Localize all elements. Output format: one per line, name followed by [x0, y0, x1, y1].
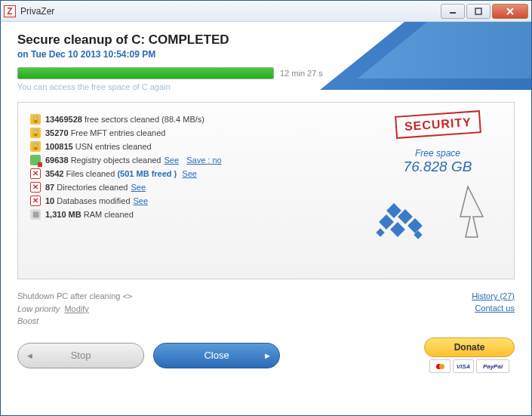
- save-link[interactable]: Save : no: [186, 156, 221, 165]
- modify-link[interactable]: Modify: [64, 304, 88, 313]
- see-link[interactable]: See: [131, 183, 146, 192]
- result-text: USN entries cleaned: [73, 142, 152, 151]
- result-text: Databases modified: [54, 196, 130, 205]
- see-link[interactable]: See: [134, 196, 149, 205]
- donate-button[interactable]: Donate: [424, 337, 515, 357]
- result-line: ✕87 Directories cleanedSee: [30, 181, 374, 193]
- x-icon: ✕: [30, 196, 41, 206]
- app-icon: Z: [4, 5, 16, 17]
- history-link[interactable]: History (27): [472, 291, 515, 300]
- result-text: Directories cleaned: [54, 183, 128, 192]
- window-close-button[interactable]: [492, 4, 528, 19]
- app-window: Z PrivaZer Secure cleanup of C: COMPLETE…: [0, 0, 532, 416]
- freespace-label: Free space: [374, 148, 502, 159]
- result-line: ✕3542 Files cleaned (501 MB freed ) See: [30, 168, 374, 180]
- see-link[interactable]: See: [182, 169, 197, 178]
- stop-button-label: Stop: [71, 350, 91, 361]
- progress-fill: [18, 68, 273, 79]
- result-line: ▦1,310 MB RAM cleaned: [30, 208, 374, 220]
- freed-text: (501 MB freed ): [117, 169, 177, 178]
- cubes-icon: [374, 198, 434, 243]
- x-icon: ✕: [30, 182, 41, 193]
- payment-cards: VISA PayPal: [424, 359, 515, 373]
- chevron-left-icon: ◄: [26, 351, 34, 360]
- result-text: RAM cleaned: [81, 210, 134, 219]
- result-number: 69638: [45, 156, 69, 165]
- lock-icon: 🔒: [30, 141, 41, 152]
- result-number: 1,310 MB: [45, 210, 81, 219]
- shutdown-option[interactable]: Shutdown PC after cleaning: [17, 291, 120, 300]
- boost-option[interactable]: Boost: [17, 315, 133, 327]
- result-text: free sectors cleaned (88.4 MB/s): [82, 115, 204, 124]
- progress-bar: [17, 67, 274, 79]
- paypal-icon: PayPal: [476, 359, 509, 373]
- result-text: Registry objects cleaned: [69, 156, 161, 165]
- result-line: 69638 Registry objects cleanedSee Save :…: [30, 154, 374, 166]
- result-number: 87: [45, 183, 54, 192]
- maximize-button[interactable]: [466, 4, 490, 19]
- result-text: Files cleaned: [63, 169, 117, 178]
- right-panel: SECURITY Free space 76.828 GB: [374, 113, 502, 268]
- x-icon: ✕: [30, 168, 41, 179]
- shutdown-arrows-icon[interactable]: <>: [122, 291, 132, 301]
- contact-link[interactable]: Contact us: [475, 304, 515, 313]
- result-line: ✕10 Databases modifiedSee: [30, 195, 374, 207]
- titlebar[interactable]: Z PrivaZer: [1, 1, 531, 22]
- page-title: Secure cleanup of C: COMPLETED: [17, 32, 515, 48]
- result-number: 3542: [45, 169, 63, 178]
- stop-button[interactable]: ◄ Stop: [17, 343, 144, 368]
- close-button[interactable]: Close ►: [153, 343, 280, 368]
- chevron-right-icon: ►: [263, 351, 272, 360]
- window-title: PrivaZer: [20, 6, 441, 17]
- svg-rect-1: [475, 8, 481, 14]
- results-panel: 🔒13469528 free sectors cleaned (88.4 MB/…: [17, 102, 515, 279]
- button-row: ◄ Stop Close ► Donate VISA PayPal: [17, 337, 515, 373]
- result-number: 10: [45, 196, 54, 205]
- see-link[interactable]: See: [165, 156, 180, 165]
- reg-icon: [30, 155, 41, 165]
- security-stamp: SECURITY: [395, 110, 481, 139]
- page-subtitle: on Tue Dec 10 2013 10:54:09 PM: [17, 49, 515, 60]
- elapsed-time: 12 min 27 s: [280, 69, 323, 78]
- result-line: 🔒35270 Free MFT entries cleaned: [30, 127, 374, 139]
- ram-icon: ▦: [30, 209, 41, 220]
- content-area: Secure cleanup of C: COMPLETED on Tue De…: [1, 22, 531, 415]
- decorative-graphic: [374, 183, 502, 251]
- visa-icon: VISA: [453, 359, 474, 373]
- result-line: 🔒100815 USN entries cleaned: [30, 140, 374, 153]
- results-list: 🔒13469528 free sectors cleaned (88.4 MB/…: [30, 113, 374, 268]
- result-number: 13469528: [45, 115, 82, 124]
- result-number: 100815: [45, 142, 73, 151]
- result-number: 35270: [45, 128, 69, 137]
- options-row: Shutdown PC after cleaning <> Low priori…: [17, 290, 515, 327]
- close-button-label: Close: [204, 350, 229, 361]
- lock-icon: 🔒: [30, 128, 41, 138]
- cursor-arrow-icon: [441, 183, 494, 247]
- result-text: Free MFT entries cleaned: [69, 128, 166, 137]
- mastercard-icon: [429, 359, 451, 373]
- freespace-value: 76.828 GB: [374, 159, 502, 175]
- donate-block: Donate VISA PayPal: [424, 337, 515, 373]
- minimize-button[interactable]: [441, 4, 465, 19]
- result-line: 🔒13469528 free sectors cleaned (88.4 MB/…: [30, 113, 374, 125]
- lock-icon: 🔒: [30, 114, 41, 125]
- low-priority-label: Low priority: [17, 304, 60, 313]
